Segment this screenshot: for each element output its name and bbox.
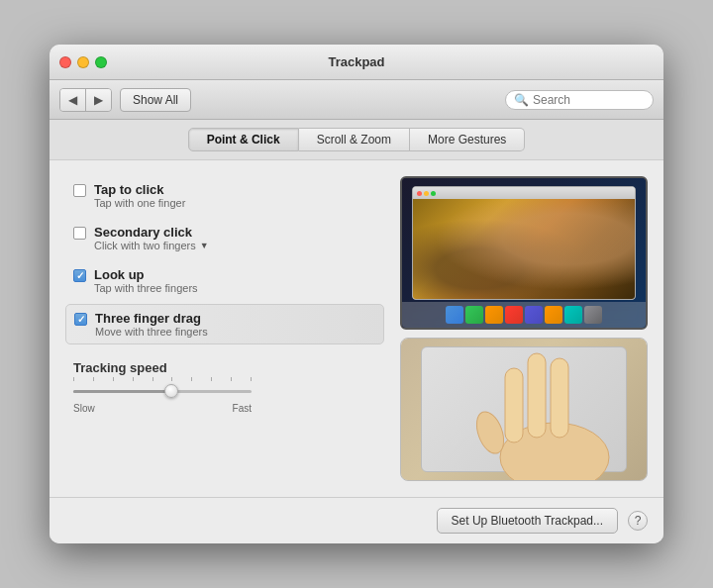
hand-illustration [401,339,647,480]
dock-icon-5 [525,306,543,324]
main-window: Trackpad ◀ ▶ Show All 🔍 Point & Click Sc… [50,45,663,543]
dock-icon-8 [584,306,602,324]
setup-bluetooth-button[interactable]: Set Up Bluetooth Trackpad... [437,508,618,534]
help-button[interactable]: ? [628,511,648,531]
option-secondary-click: Secondary click Click with two fingers ▼ [65,219,384,257]
look-up-checkbox[interactable] [73,269,86,282]
preview-panel [400,176,648,481]
back-button[interactable]: ◀ [60,89,86,111]
trackpad-preview [400,338,648,481]
mini-close [417,191,422,196]
dock-icon-4 [505,306,523,324]
three-finger-drag-checkbox[interactable] [74,313,87,326]
screen-preview [400,176,648,330]
mini-photo-overlay [413,199,635,299]
secondary-click-desc: Click with two fingers ▼ [94,240,209,251]
slider-fast-label: Fast [233,403,252,414]
tab-scroll-zoom[interactable]: Scroll & Zoom [299,128,410,151]
tab-point-click[interactable]: Point & Click [188,128,299,151]
option-tap-to-click: Tap to click Tap with one finger [65,176,384,215]
main-content: Tap to click Tap with one finger Seconda… [50,160,663,497]
mini-titlebar [413,187,635,199]
dock-icon-6 [545,306,562,324]
slider-slow-label: Slow [73,403,95,414]
tracking-label: Tracking speed [73,360,376,375]
search-icon: 🔍 [514,93,529,107]
mini-window [412,186,636,300]
slider-container: Slow Fast [73,383,376,414]
svg-rect-2 [528,353,546,438]
dock-bar [402,302,646,328]
minimize-button[interactable] [77,56,89,68]
nav-buttons: ◀ ▶ [59,88,112,112]
options-panel: Tap to click Tap with one finger Seconda… [65,176,384,481]
tap-to-click-label: Tap to click [94,182,185,197]
titlebar: Trackpad [50,45,663,80]
dock-icon-2 [465,306,483,324]
search-box: 🔍 [505,90,654,110]
svg-rect-1 [505,368,523,442]
secondary-click-checkbox[interactable] [73,227,86,240]
screen-preview-inner [402,178,646,328]
dock-icon-3 [485,306,503,324]
search-input[interactable] [533,93,652,107]
slider-thumb[interactable] [164,384,178,398]
option-three-finger-drag: Three finger drag Move with three finger… [65,304,384,344]
maximize-button[interactable] [95,56,107,68]
tracking-speed-slider[interactable] [73,383,252,399]
secondary-click-dropdown-arrow[interactable]: ▼ [200,241,209,250]
three-finger-drag-label: Three finger drag [95,311,208,326]
tab-more-gestures[interactable]: More Gestures [410,128,525,151]
mini-minimize [424,191,429,196]
forward-button[interactable]: ▶ [86,89,111,111]
slider-fill [73,390,171,393]
show-all-button[interactable]: Show All [120,88,191,112]
dock-icon-1 [446,306,463,324]
svg-rect-3 [551,358,568,438]
slider-labels: Slow Fast [73,403,252,414]
tap-to-click-desc: Tap with one finger [94,197,185,209]
bottom-bar: Set Up Bluetooth Trackpad... ? [50,497,663,543]
window-title: Trackpad [328,54,384,69]
look-up-desc: Tap with three fingers [94,282,198,294]
look-up-label: Look up [94,267,198,282]
option-look-up: Look up Tap with three fingers [65,261,384,300]
mini-photo [413,199,635,299]
close-button[interactable] [59,56,71,68]
mini-maximize [431,191,436,196]
tracking-section: Tracking speed [65,360,384,414]
three-finger-drag-desc: Move with three fingers [95,326,208,338]
hand-svg [401,339,648,481]
toolbar: ◀ ▶ Show All 🔍 [50,80,663,120]
traffic-lights [59,56,107,68]
tab-bar: Point & Click Scroll & Zoom More Gesture… [50,120,663,160]
dock-icon-7 [564,306,582,324]
secondary-click-label: Secondary click [94,225,209,240]
tap-to-click-checkbox[interactable] [73,184,86,197]
